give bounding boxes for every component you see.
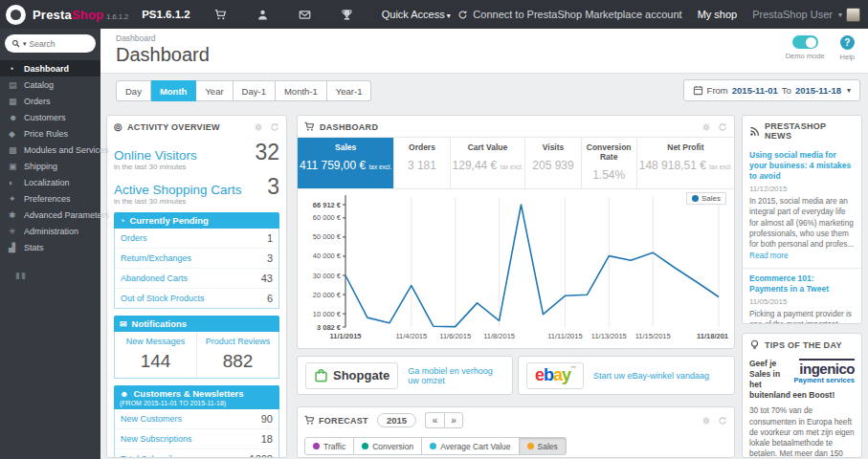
activity-icon: ◎ <box>114 121 122 132</box>
refresh-icon[interactable] <box>718 416 727 426</box>
forecast-legend-traffic[interactable]: Traffic <box>304 437 354 455</box>
customers-quick-icon[interactable] <box>242 8 284 21</box>
tip-body: 30 tot 70% van de consumenten in Europa … <box>749 405 855 458</box>
ebay-banner[interactable]: ebay™ Start uw eBay-winkel vandaag <box>518 356 735 395</box>
range-month-1-button[interactable]: Month-1 <box>276 80 327 101</box>
prestashop-logo[interactable] <box>6 5 26 25</box>
sidebar-search[interactable]: ▾ <box>5 34 96 53</box>
cart-icon[interactable] <box>200 8 242 21</box>
shopgate-link[interactable]: Ga mobiel en verhoog uw omzet <box>408 366 504 385</box>
ingenico-logo: ingenico Payment services <box>788 359 855 385</box>
pending-row-out-of-stock[interactable]: Out of Stock Products6 <box>115 289 278 308</box>
date-range-picker[interactable]: From2015-11-01 To2015-11-18 ▾ <box>683 79 860 101</box>
sidebar-item-customers[interactable]: ☻Customers <box>0 109 100 125</box>
refresh-icon[interactable] <box>718 122 727 132</box>
sidebar-item-catalog[interactable]: ▤Catalog <box>0 76 100 93</box>
forecast-legend-sales[interactable]: Sales <box>520 437 567 455</box>
article-excerpt: Picking a payment provider is one of the… <box>749 309 855 324</box>
panel-title: TIPS OF THE DAY <box>765 340 842 350</box>
chevron-down-icon: ▾ <box>847 86 851 95</box>
demo-mode-toggle[interactable]: Demo mode <box>786 35 825 61</box>
sidebar-item-advanced-parameters[interactable]: ✱Advanced Parameters <box>0 207 100 223</box>
pending-row-orders[interactable]: Orders1 <box>115 229 278 249</box>
my-shop-link[interactable]: My shop <box>698 9 738 20</box>
forecast-panel: FORECAST 2015 « » Traffic Conversion Ave… <box>297 406 735 458</box>
collapse-menu-button[interactable]: ▮▮ <box>15 271 100 280</box>
gear-icon[interactable] <box>254 122 263 132</box>
book-icon: ▤ <box>9 80 24 90</box>
sidebar-item-localization[interactable]: ◐Localization <box>0 174 100 190</box>
sidebar-item-orders[interactable]: ▦Orders <box>0 93 100 109</box>
new-messages-stat[interactable]: New Messages144 <box>115 332 197 378</box>
svg-text:11/1/2015: 11/1/2015 <box>330 332 362 340</box>
metric-sales[interactable]: Sales411 759,00 € tax excl. <box>298 138 394 188</box>
brand-wordmark: PrestaShop <box>33 8 103 22</box>
range-day-button[interactable]: Day <box>116 80 151 101</box>
panel-title: PRESTASHOP NEWS <box>765 121 855 141</box>
forecast-year[interactable]: 2015 <box>377 413 416 427</box>
metric-net-profit[interactable]: Net Profit148 918,51 € tax excl. <box>637 138 734 188</box>
sidebar-item-modules-and-services[interactable]: ▩Modules and Services <box>0 142 100 158</box>
forecast-legend-average-cart-value[interactable]: Average Cart Value <box>422 437 519 455</box>
read-more-link[interactable]: Read more <box>749 251 789 260</box>
shopgate-banner[interactable]: Shopgate Ga mobiel en verhoog uw omzet <box>297 356 513 395</box>
article-title-link[interactable]: Using social media for your business: 4 … <box>749 150 855 182</box>
panel-title: ACTIVITY OVERVIEW <box>127 122 220 132</box>
question-mark-icon[interactable]: ? <box>840 35 855 50</box>
help-button[interactable]: ? Help <box>840 35 855 61</box>
chevron-down-icon: ▾ <box>447 11 451 20</box>
user-menu[interactable]: PrestaShop User▾ <box>752 8 860 22</box>
sidebar-item-shipping[interactable]: ▣Shipping <box>0 158 100 174</box>
shop-name[interactable]: PS1.6.1.2 <box>142 9 190 20</box>
next-year-button[interactable]: » <box>444 412 463 428</box>
metric-cart-value[interactable]: Cart Value129,44 € tax excl. <box>451 138 526 188</box>
metric-orders[interactable]: Orders3 181 <box>394 138 450 188</box>
sidebar-item-stats[interactable]: ▟Stats <box>0 239 100 255</box>
range-month-button[interactable]: Month <box>151 80 197 101</box>
messages-icon[interactable] <box>284 8 326 21</box>
conversion-dot-icon <box>362 443 368 449</box>
article-title-link[interactable]: Ecommerce 101: Payments in a Tweet <box>749 273 855 295</box>
svg-text:20 000 €: 20 000 € <box>313 291 342 299</box>
ebay-link[interactable]: Start uw eBay-winkel vandaag <box>593 371 709 381</box>
trophy-icon[interactable] <box>326 8 368 21</box>
sidebar-item-price-rules[interactable]: ◆Price Rules <box>0 125 100 142</box>
metric-visits[interactable]: Visits205 939 <box>525 138 581 188</box>
range-year-button[interactable]: Year <box>196 80 233 101</box>
search-icon <box>11 39 20 48</box>
breadcrumb[interactable]: Dashboard <box>100 29 868 43</box>
pending-row-abandoned-carts[interactable]: Abandoned Carts43 <box>115 269 278 289</box>
gear-icon[interactable] <box>701 416 711 426</box>
online-visitors-link[interactable]: Online Visitors <box>114 148 197 163</box>
new-subscriptions-row[interactable]: New Subscriptions18 <box>115 429 278 449</box>
sidebar-item-dashboard[interactable]: ◔Dashboard <box>0 60 100 76</box>
svg-text:3 082 €: 3 082 € <box>317 323 342 332</box>
active-carts-link[interactable]: Active Shopping Carts <box>114 183 242 197</box>
sidebar-item-preferences[interactable]: ✦Preferences <box>0 190 100 207</box>
sidebar-item-administration[interactable]: ✳Administration <box>0 223 100 239</box>
quick-access-menu[interactable]: Quick Access▾ <box>382 9 451 20</box>
svg-text:11/4/2015: 11/4/2015 <box>395 332 427 340</box>
pending-row-returns[interactable]: Return/Exchanges3 <box>115 249 278 269</box>
metric-conversion-rate[interactable]: Conversion Rate1.54% <box>582 138 637 188</box>
cog-icon: ✳ <box>9 227 24 236</box>
toggle-switch-icon[interactable] <box>792 35 818 49</box>
marketplace-link[interactable]: Connect to PrestaShop Marketplace accoun… <box>457 9 681 20</box>
svg-text:11/18/201: 11/18/201 <box>697 332 728 340</box>
gear-icon[interactable] <box>701 122 711 132</box>
forecast-legend-conversion[interactable]: Conversion <box>354 437 422 455</box>
refresh-icon[interactable] <box>270 122 279 132</box>
range-day-1-button[interactable]: Day-1 <box>234 80 276 101</box>
total-subscribers-row[interactable]: Total Subscribers1308 <box>115 449 278 458</box>
chart-legend[interactable]: Sales <box>686 192 726 205</box>
chevron-down-icon[interactable]: ▾ <box>23 40 27 48</box>
avatar[interactable] <box>846 8 860 22</box>
shopgate-logo: Shopgate <box>305 362 398 389</box>
content-header: Dashboard Dashboard Demo mode ? Help <box>100 29 868 74</box>
range-year-1-button[interactable]: Year-1 <box>327 80 372 101</box>
previous-year-button[interactable]: « <box>425 412 444 428</box>
new-customers-row[interactable]: New Customers90 <box>115 409 278 429</box>
product-reviews-stat[interactable]: Product Reviews882 <box>197 332 278 378</box>
page-title: Dashboard <box>100 44 868 66</box>
search-input[interactable] <box>30 39 89 49</box>
